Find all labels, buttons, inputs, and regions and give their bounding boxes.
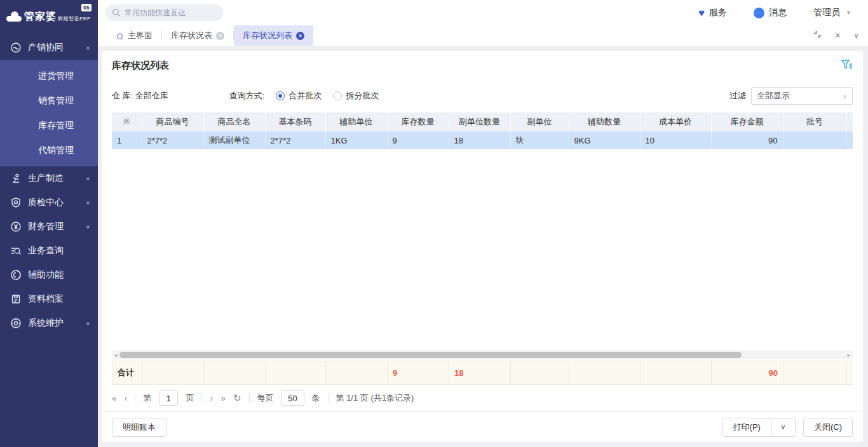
tab-label: 库存状况表 [171,30,212,41]
close-button[interactable]: 关闭(C) [803,418,853,437]
horizontal-scrollbar[interactable]: ◄ ► [112,350,853,359]
sidebar-item-consignment[interactable]: 代销管理 [0,138,98,163]
radio-selected-icon [276,91,285,100]
col-header[interactable]: 批号 [783,112,846,131]
app-window: 管家婆 辉煌智造ERP 05 产销协同 ∧ 进货管理 销售管理 库存管理 代销管… [0,0,868,447]
sidebar-item-sales[interactable]: 销售管理 [0,88,98,113]
col-header[interactable]: 商品编号 [142,112,203,131]
user-menu[interactable]: 管理员 ▼ [813,7,851,18]
production-icon [10,173,22,184]
sidebar-group-production-sales[interactable]: 产销协同 ∧ [0,36,98,60]
col-header[interactable]: 副单位数量 [449,112,510,131]
stock-table: 商品编号 商品全名 基本条码 辅助单位 库存数量 副单位数量 副单位 辅助数量 … [112,112,853,149]
total-label: 合计 [112,361,142,385]
messages-menu[interactable]: ··· 消息 [754,7,787,18]
sidebar-item-archives[interactable]: 资料档案 [0,287,98,311]
cell-batch-no [783,131,846,149]
collapse-tabs-icon[interactable] [813,30,822,41]
table-row-selected[interactable]: 1 2*7*2 测试副单位 2*7*2 1KG 9 18 块 9KG 10 90 [112,131,853,149]
next-page-button[interactable]: › [210,393,213,403]
radio-label: 拆分批次 [346,90,379,102]
warehouse-value[interactable]: 全部仓库 [135,91,168,100]
page-summary: 第 1/1 页 (共1条记录) [336,392,414,404]
pager-divider [249,394,250,403]
filter-select[interactable]: 全部显示 ∨ [751,87,853,105]
cell-stock-qty: 9 [387,131,449,149]
sidebar-group-label: 生产制造 [28,173,86,184]
query-mode-label: 查询方式: [229,90,265,102]
cell-aux-unit: 1KG [325,131,387,149]
cell-sub-unit: 块 [510,131,569,149]
table-empty-space [102,149,863,350]
col-header[interactable]: 基本条码 [265,112,325,131]
chevron-down-icon: ∨ [86,224,90,230]
radio-merge-batch[interactable]: 合并批次 [276,90,322,102]
col-header[interactable]: 辅助数量 [569,112,640,131]
col-header[interactable]: 副单位 [510,112,569,131]
sidebar-group-system[interactable]: 系统维护 ∨ [0,311,98,335]
panel-footer: 明细账本 打印(P) ∨ 关闭(C) [102,411,863,442]
per-page-label-pre: 每页 [257,392,274,404]
prev-page-button[interactable]: ‹ [125,393,128,403]
quick-search[interactable] [105,4,224,21]
col-header[interactable]: 成本单价 [640,112,711,131]
print-button[interactable]: 打印(P) [722,418,771,437]
topbar-right: ♥ 服务 ··· 消息 管理员 ▼ [698,7,851,18]
page-number-input[interactable] [159,390,178,406]
per-page-input[interactable] [281,390,304,406]
search-list-icon [10,245,22,257]
cell-cost-price: 10 [640,131,711,149]
print-dropdown-button[interactable]: ∨ [771,418,796,437]
tab-list-chevron-icon[interactable]: ∨ [853,31,859,40]
brand-name: 管家婆 [24,10,57,23]
sidebar-item-label: 辅助功能 [28,269,90,281]
tab-stock-report[interactable]: 库存状况表 ✕ [162,25,233,46]
tabbar-tools: ✕ ∨ [813,25,859,46]
totals-row: 合计 9 18 90 [112,361,853,385]
first-page-button[interactable]: « [112,393,117,403]
chevron-down-icon: ∨ [86,176,90,182]
col-header[interactable]: 辅助单位 [325,112,387,131]
scroll-right-arrow-icon[interactable]: ► [845,350,853,359]
sidebar-group-finance[interactable]: 财务管理 ∨ [0,215,98,239]
col-header[interactable]: 库存数量 [387,112,449,131]
search-input[interactable] [125,8,214,17]
col-header[interactable]: 生 [846,112,853,131]
radio-unselected-icon [333,91,342,100]
tab-stock-list-active[interactable]: 库存状况列表 ✕ [234,25,313,46]
print-split-button: 打印(P) ∨ [722,418,796,437]
filter-funnel-icon[interactable] [841,60,853,72]
sidebar-item-business-query[interactable]: 业务查询 [0,239,98,263]
chevron-down-icon: ∨ [843,93,847,100]
refresh-icon[interactable]: ↻ [233,392,241,404]
radio-label: 合并批次 [288,90,322,102]
scroll-left-arrow-icon[interactable]: ◄ [112,350,119,359]
page-title: 库存状况列表 [112,60,169,72]
assist-tools-icon [10,269,22,281]
close-all-tabs-icon[interactable]: ✕ [834,31,841,40]
sidebar-item-assist[interactable]: 辅助功能 [0,263,98,287]
main-area: ♥ 服务 ··· 消息 管理员 ▼ 主界面 [98,0,868,447]
total-stock-amount: 90 [712,361,783,385]
filter-row: 仓 库: 全部仓库 查询方式: 合并批次 拆分批次 [102,72,863,105]
detail-ledger-button[interactable]: 明细账本 [112,418,166,437]
tab-close-icon[interactable]: ✕ [216,32,224,40]
last-page-button[interactable]: » [220,393,226,403]
tab-home[interactable]: 主界面 [107,25,161,46]
scrollbar-thumb[interactable] [119,352,742,358]
chevron-down-icon: ∨ [86,200,90,206]
cell-stock-amount: 90 [711,131,783,149]
col-header[interactable]: 库存金额 [711,112,783,131]
totals-table: 合计 9 18 90 [112,361,853,385]
sync-circle-icon [10,42,22,53]
column-settings-cell[interactable] [112,112,142,131]
sidebar-item-inventory[interactable]: 库存管理 [0,113,98,138]
radio-split-batch[interactable]: 拆分批次 [333,90,379,102]
sidebar-group-quality[interactable]: 质检中心 ∨ [0,190,98,215]
tab-close-icon[interactable]: ✕ [296,32,304,40]
col-header[interactable]: 商品全名 [203,112,265,131]
service-menu[interactable]: ♥ 服务 [698,7,727,18]
sidebar-item-purchase[interactable]: 进货管理 [0,63,98,88]
sidebar-group-manufacturing[interactable]: 生产制造 ∨ [0,166,98,190]
service-label: 服务 [709,7,727,18]
